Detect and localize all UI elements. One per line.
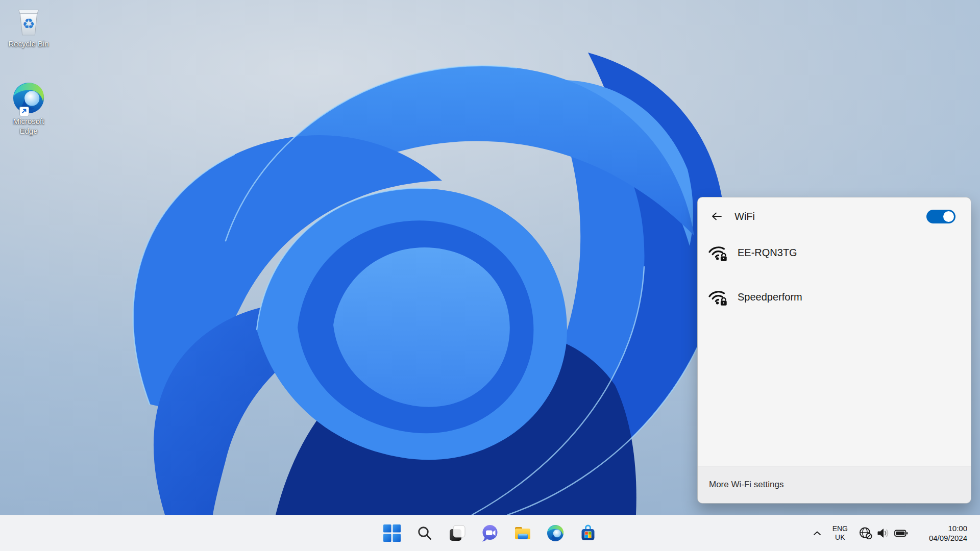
search-button[interactable]: [414, 523, 435, 543]
left-arrow-icon: [711, 212, 722, 221]
taskbar: ENG UK: [0, 515, 980, 551]
desktop-area[interactable]: ♻ Recycle Bin: [0, 0, 980, 515]
microsoft-store-icon: [579, 524, 597, 542]
svg-text:♻: ♻: [22, 15, 35, 32]
wifi-network-row[interactable]: EE-RQN3TG: [702, 235, 967, 270]
hidden-icons-button[interactable]: [810, 528, 825, 539]
battery-icon: [894, 530, 908, 537]
desktop-icon-microsoft-edge[interactable]: Microsoft Edge: [3, 82, 54, 136]
task-view-button[interactable]: [447, 523, 468, 543]
quick-settings-button[interactable]: [855, 523, 912, 543]
chat-video-icon: [481, 524, 499, 542]
edge-icon: [547, 524, 564, 542]
back-button[interactable]: [708, 208, 725, 225]
chevron-up-icon: [813, 531, 821, 536]
wifi-secured-icon: [708, 243, 728, 262]
search-icon: [417, 525, 432, 541]
desktop-icon-recycle-bin[interactable]: ♻ Recycle Bin: [3, 6, 54, 48]
taskbar-center-buttons: [382, 515, 598, 551]
file-explorer-icon: [513, 524, 532, 542]
wifi-secured-icon: [708, 288, 728, 307]
wifi-network-name: Speedperform: [738, 291, 802, 303]
wifi-network-name: EE-RQN3TG: [738, 247, 797, 259]
microsoft-store-button[interactable]: [578, 523, 598, 543]
language-indicator[interactable]: ENG UK: [829, 521, 851, 545]
wifi-network-list: EE-RQN3TG: [698, 235, 971, 466]
speaker-volume-icon: [877, 528, 890, 539]
chat-button[interactable]: [480, 523, 500, 543]
edge-browser-button[interactable]: [545, 523, 566, 543]
clock-time: 10:00: [948, 523, 967, 533]
shortcut-arrow-badge: [19, 107, 29, 116]
clock-date: 04/09/2024: [929, 533, 967, 543]
language-line1: ENG: [832, 524, 848, 533]
network-globe-no-internet-icon: [859, 527, 872, 540]
file-explorer-button[interactable]: [512, 523, 533, 543]
wifi-network-row[interactable]: Speedperform: [702, 280, 967, 314]
recycle-bin-icon: ♻: [16, 6, 41, 37]
toggle-knob: [943, 211, 954, 222]
task-view-icon: [449, 524, 466, 542]
desktop-icon-label: Recycle Bin: [3, 39, 54, 48]
start-button[interactable]: [382, 523, 402, 543]
windows-11-desktop: ♻ Recycle Bin: [0, 0, 980, 551]
wifi-flyout-header: WiFi: [698, 197, 971, 235]
windows-logo-icon: [383, 524, 401, 542]
system-tray: ENG UK: [810, 515, 975, 551]
more-wifi-settings-link[interactable]: More Wi-Fi settings: [698, 466, 971, 503]
wifi-panel-title: WiFi: [734, 211, 755, 222]
wifi-toggle[interactable]: [926, 210, 955, 223]
wifi-flyout-panel: WiFi: [697, 197, 971, 504]
clock-and-date[interactable]: 10:00 04/09/2024: [917, 520, 971, 546]
language-line2: UK: [835, 533, 845, 542]
desktop-icon-label: Microsoft Edge: [3, 116, 54, 136]
